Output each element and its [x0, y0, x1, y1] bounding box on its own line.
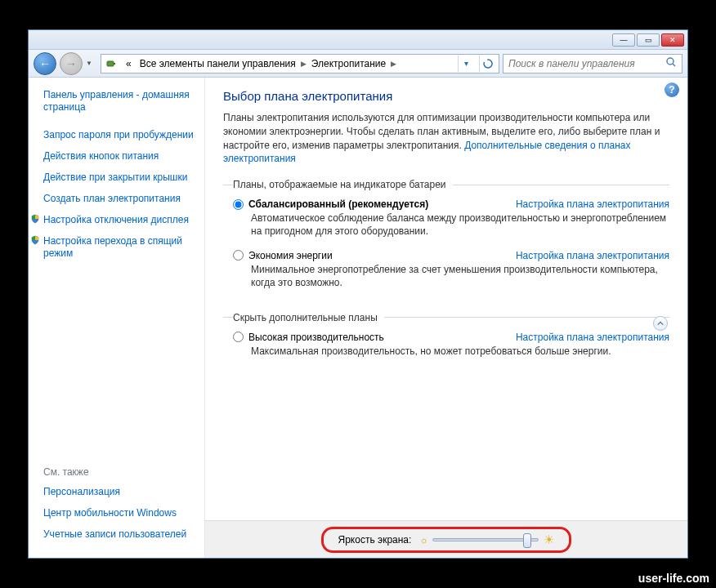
brightness-highlight: Яркость экрана: ☼ ☀ [321, 527, 572, 553]
sun-bright-icon: ☀ [544, 532, 554, 547]
search-box[interactable] [503, 54, 682, 74]
shield-icon [30, 214, 40, 224]
sun-dim-icon: ☼ [419, 535, 427, 545]
display-off-link[interactable]: Настройка отключения дисплея [43, 214, 189, 226]
user-accounts-link[interactable]: Учетные записи пользователей [43, 528, 196, 541]
titlebar: — ▭ ✕ [29, 30, 687, 50]
plan-balanced-radio[interactable] [233, 199, 244, 210]
search-icon[interactable] [665, 56, 677, 70]
plan-powersaver-label: Экономия энергии [248, 250, 333, 261]
brightness-slider[interactable] [432, 538, 539, 541]
plan-powersaver[interactable]: Экономия энергии [233, 250, 333, 261]
svg-point-2 [667, 58, 673, 65]
history-dropdown[interactable]: ▼ [86, 56, 97, 72]
close-button[interactable]: ✕ [661, 33, 684, 47]
mobility-center-link[interactable]: Центр мобильности Windows [43, 507, 196, 519]
plan-highperf-radio[interactable] [233, 332, 244, 342]
power-buttons-link[interactable]: Действия кнопок питания [43, 150, 196, 163]
plan-powersaver-settings-link[interactable]: Настройка плана электропитания [516, 250, 669, 261]
body-area: Панель управления - домашняя страница За… [29, 78, 687, 558]
svg-line-3 [673, 64, 675, 66]
main-content: ? Выбор плана электропитания Планы элект… [204, 78, 687, 558]
chevron-right-icon[interactable]: ▶ [391, 60, 396, 68]
maximize-button[interactable]: ▭ [637, 33, 660, 47]
additional-plans-legend: Скрыть дополнительные планы [233, 312, 384, 323]
plan-highperf-desc: Максимальная производительность, но може… [251, 345, 669, 358]
watermark: user-life.com [638, 572, 709, 585]
slider-thumb[interactable] [523, 533, 531, 548]
require-password-link[interactable]: Запрос пароля при пробуждении [43, 129, 196, 141]
control-panel-home-link[interactable]: Панель управления - домашняя страница [43, 89, 196, 114]
breadcrumb-all-items[interactable]: Все элементы панели управления [136, 56, 299, 71]
svg-rect-1 [114, 63, 115, 65]
bottom-bar: Яркость экрана: ☼ ☀ [205, 520, 687, 558]
additional-plans-group: Скрыть дополнительные планы Высокая прои… [223, 312, 669, 369]
plan-balanced-desc: Автоматическое соблюдение баланса между … [251, 212, 669, 238]
plan-balanced[interactable]: Сбалансированный (рекомендуется) [233, 198, 428, 210]
breadcrumb: « Все элементы панели управления ▶ Элект… [123, 56, 453, 71]
control-panel-window: — ▭ ✕ ← → ▼ « Все элементы панели управл… [28, 29, 688, 559]
create-plan-link[interactable]: Создать план электропитания [43, 193, 196, 205]
plan-powersaver-radio[interactable] [233, 250, 244, 261]
sleep-settings-link[interactable]: Настройка перехода в спящий режим [43, 235, 196, 260]
page-title: Выбор плана электропитания [223, 89, 669, 103]
breadcrumb-power-options[interactable]: Электропитание [308, 56, 389, 71]
search-input[interactable] [508, 58, 665, 69]
refresh-button[interactable] [479, 56, 495, 72]
breadcrumb-prefix: « [123, 56, 135, 71]
brightness-control: ☼ ☀ [419, 532, 554, 547]
help-icon[interactable]: ? [665, 82, 679, 97]
see-also-heading: См. также [43, 466, 196, 478]
battery-plans-legend: Планы, отображаемые на индикаторе батаре… [233, 179, 453, 190]
address-bar[interactable]: « Все элементы панели управления ▶ Элект… [101, 54, 499, 74]
power-options-icon [105, 57, 118, 70]
svg-rect-0 [107, 61, 114, 66]
plan-powersaver-desc: Минимальное энергопотребление за счет ум… [251, 263, 669, 289]
brightness-label: Яркость экрана: [338, 534, 412, 546]
back-button[interactable]: ← [34, 52, 56, 75]
plan-balanced-settings-link[interactable]: Настройка плана электропитания [516, 198, 669, 210]
plan-highperf-label: Высокая производительность [248, 332, 384, 343]
lid-close-link[interactable]: Действие при закрытии крышки [43, 172, 196, 184]
chevron-right-icon[interactable]: ▶ [301, 60, 307, 68]
address-dropdown[interactable]: ▾ [458, 56, 474, 72]
shield-icon [30, 235, 40, 245]
navigation-bar: ← → ▼ « Все элементы панели управления ▶… [29, 50, 687, 78]
personalization-link[interactable]: Персонализация [43, 486, 196, 498]
collapse-button[interactable] [653, 316, 668, 331]
plan-highperf-settings-link[interactable]: Настройка плана электропитания [516, 332, 669, 343]
sidebar: Панель управления - домашняя страница За… [29, 78, 204, 558]
plan-balanced-label: Сбалансированный (рекомендуется) [248, 198, 428, 210]
battery-plans-group: Планы, отображаемые на индикаторе батаре… [223, 179, 669, 301]
forward-button[interactable]: → [60, 52, 83, 75]
minimize-button[interactable]: — [612, 33, 635, 47]
page-description: Планы электропитания используются для оп… [223, 111, 669, 166]
plan-highperf[interactable]: Высокая производительность [233, 332, 384, 343]
